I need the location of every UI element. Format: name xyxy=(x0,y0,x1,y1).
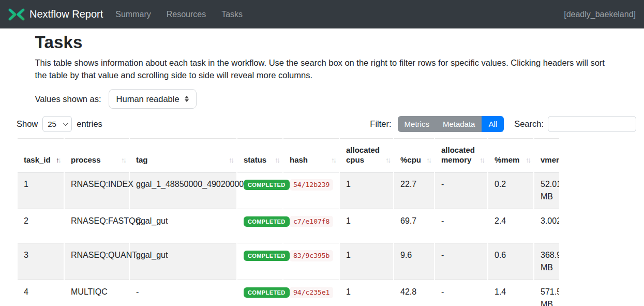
cell-allocated-memory: - xyxy=(435,243,487,280)
table-row: 1 RNASEQ:INDEX ggal_1_48850000_49020000 … xyxy=(18,172,559,209)
brand-group[interactable]: Nextflow Report xyxy=(8,7,103,22)
cell-pcpu: 69.7 xyxy=(394,209,434,243)
cell-pmem: 0.2 xyxy=(488,172,533,209)
cell-tag: ggal_1_48850000_49020000 xyxy=(130,172,236,209)
cell-hash: 94/c235e1 xyxy=(283,280,339,306)
hash-code: 54/12b239 xyxy=(290,179,333,191)
cell-status: COMPLETED xyxy=(237,172,282,209)
filter-metrics-button[interactable]: Metrics xyxy=(398,116,436,132)
cell-pcpu: 42.8 xyxy=(394,280,434,306)
cell-hash: 83/9c395b xyxy=(283,243,339,280)
filter-search-group: Filter: Metrics Metadata All Search: xyxy=(370,116,636,132)
cell-status: COMPLETED xyxy=(237,243,282,280)
table-scroll-area[interactable]: task_id↑↓ process↑↓ tag↑↓ status↑↓ hash↑… xyxy=(17,138,559,306)
cell-allocated-cpus: 1 xyxy=(340,209,393,243)
sort-icon: ↑↓ xyxy=(426,155,430,165)
cell-tag: - xyxy=(130,280,236,306)
cell-hash: 54/12b239 xyxy=(283,172,339,209)
cell-vmem: 3.002 xyxy=(534,209,559,243)
page-length-select[interactable]: 25 xyxy=(42,116,72,132)
nav-item-resources[interactable]: Resources xyxy=(167,10,206,19)
cell-pcpu: 22.7 xyxy=(394,172,434,209)
cell-allocated-memory: - xyxy=(435,280,487,306)
column-header-tag[interactable]: tag↑↓ xyxy=(130,138,236,172)
search-label: Search: xyxy=(514,119,544,129)
cell-pcpu: 9.6 xyxy=(394,243,434,280)
sort-icon: ↑↓ xyxy=(331,155,335,165)
cell-tag: ggal_gut xyxy=(130,243,236,280)
filter-button-group: Metrics Metadata All xyxy=(398,116,504,132)
column-header-hash[interactable]: hash↑↓ xyxy=(283,138,339,172)
chevron-down-icon xyxy=(63,121,68,126)
hash-code: 83/9c395b xyxy=(290,250,333,261)
run-name: [deadly_baekeland] xyxy=(564,10,636,19)
cell-task-id: 3 xyxy=(18,243,64,280)
page-description: This table shows information about each … xyxy=(35,56,609,81)
cell-pmem: 0.6 xyxy=(488,243,533,280)
page-length-value: 25 xyxy=(48,120,56,128)
column-header-pcpu[interactable]: %cpu↑↓ xyxy=(394,138,434,172)
cell-process: MULTIQC xyxy=(65,280,129,306)
column-header-allocated-memory[interactable]: allocated memory↑↓ xyxy=(435,138,487,172)
status-badge: COMPLETED xyxy=(244,287,290,298)
cell-allocated-cpus: 1 xyxy=(340,243,393,280)
column-header-pmem[interactable]: %mem↑↓ xyxy=(488,138,533,172)
values-shown-row: Values shown as: Human readable xyxy=(35,89,609,109)
cell-task-id: 2 xyxy=(18,209,64,243)
table-row: 4 MULTIQC - COMPLETED 94/c235e1 1 42.8 -… xyxy=(18,280,559,306)
cell-process: RNASEQ:QUANT xyxy=(65,243,129,280)
status-badge: COMPLETED xyxy=(244,180,290,190)
column-header-allocated-cpus[interactable]: allocated cpus↑↓ xyxy=(340,138,393,172)
status-badge: COMPLETED xyxy=(244,251,290,261)
column-header-process[interactable]: process↑↓ xyxy=(65,138,129,172)
cell-hash: c7/e107f8 xyxy=(283,209,339,243)
table-row: 2 RNASEQ:FASTQC ggal_gut COMPLETED c7/e1… xyxy=(18,209,559,243)
values-shown-select[interactable]: Human readable xyxy=(109,89,197,109)
sort-icon: ↑↓ xyxy=(385,155,390,165)
tasks-table: task_id↑↓ process↑↓ tag↑↓ status↑↓ hash↑… xyxy=(17,138,559,306)
hash-code: 94/c235e1 xyxy=(290,287,333,298)
cell-tag: ggal_gut xyxy=(130,209,236,243)
filter-label: Filter: xyxy=(370,119,391,129)
cell-vmem: 52.016 MB xyxy=(534,172,559,209)
cell-status: COMPLETED xyxy=(237,209,282,243)
table-row: 3 RNASEQ:QUANT ggal_gut COMPLETED 83/9c3… xyxy=(18,243,559,280)
cell-allocated-memory: - xyxy=(435,209,487,243)
filter-all-button[interactable]: All xyxy=(482,116,504,132)
nav-item-summary[interactable]: Summary xyxy=(115,10,151,19)
filter-metadata-button[interactable]: Metadata xyxy=(436,116,482,132)
cell-process: RNASEQ:INDEX xyxy=(65,172,129,209)
updown-icon xyxy=(185,96,189,102)
sort-icon: ↑↓ xyxy=(56,155,60,165)
cell-vmem: 571.58 MB xyxy=(534,280,559,306)
column-header-task-id[interactable]: task_id↑↓ xyxy=(18,138,64,172)
column-header-status[interactable]: status↑↓ xyxy=(237,138,282,172)
cell-allocated-cpus: 1 xyxy=(340,280,393,306)
cell-status: COMPLETED xyxy=(237,280,282,306)
navbar-brand[interactable]: Nextflow Report xyxy=(29,8,103,20)
search-input[interactable] xyxy=(548,116,636,132)
values-shown-label: Values shown as: xyxy=(35,94,101,104)
sort-icon: ↑↓ xyxy=(275,155,279,165)
table-header-row: task_id↑↓ process↑↓ tag↑↓ status↑↓ hash↑… xyxy=(18,138,559,172)
page-length-control: Show 25 entries xyxy=(17,116,102,132)
nextflow-logo-icon xyxy=(8,7,25,22)
nav-item-tasks[interactable]: Tasks xyxy=(221,10,243,19)
sort-icon: ↑↓ xyxy=(121,155,125,165)
nav-links: Summary Resources Tasks xyxy=(115,10,243,19)
column-header-vmem[interactable]: vmem xyxy=(534,138,559,172)
cell-allocated-memory: - xyxy=(435,172,487,209)
sort-icon: ↑↓ xyxy=(526,155,530,165)
sort-icon: ↑↓ xyxy=(229,155,233,165)
show-label: Show xyxy=(17,119,38,129)
page-title: Tasks xyxy=(35,33,609,52)
tasks-table-panel: Show 25 entries Filter: Metrics Metadata… xyxy=(17,116,636,306)
navbar: Nextflow Report Summary Resources Tasks … xyxy=(0,0,644,28)
hash-code: c7/e107f8 xyxy=(290,216,333,227)
cell-vmem: 368.95 MB xyxy=(534,243,559,280)
entries-label: entries xyxy=(77,119,102,129)
cell-pmem: 1.4 xyxy=(488,280,533,306)
status-badge: COMPLETED xyxy=(244,216,290,227)
cell-allocated-cpus: 1 xyxy=(340,172,393,209)
cell-process: RNASEQ:FASTQC xyxy=(65,209,129,243)
